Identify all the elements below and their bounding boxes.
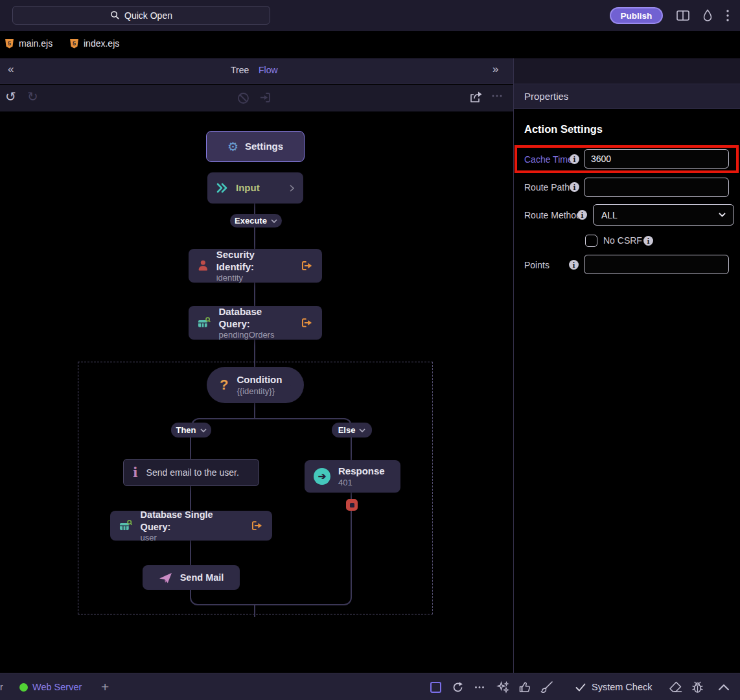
branch-merge-wire — [190, 590, 352, 605]
cache-time-label: Cache Time — [524, 154, 573, 165]
chevron-up-icon[interactable] — [718, 673, 730, 700]
status-green-dot — [19, 683, 28, 692]
ejs-file-icon: 5 — [5, 39, 14, 49]
bug-icon[interactable] — [691, 673, 704, 700]
else-branch-pill[interactable]: Else — [332, 423, 372, 438]
tab-main-ejs[interactable]: 5 main.ejs — [5, 31, 52, 56]
eraser-icon[interactable] — [668, 673, 682, 700]
action-settings-heading: Action Settings — [524, 123, 603, 135]
export-flow-icon[interactable] — [468, 91, 483, 104]
redo-icon[interactable]: ↻ — [27, 89, 38, 104]
paper-plane-icon — [159, 572, 172, 584]
connector-wire — [351, 493, 352, 499]
cache-time-input[interactable] — [584, 149, 729, 169]
connector-wire — [351, 511, 352, 591]
exit-arrow-icon — [251, 520, 263, 531]
chevron-down-icon — [719, 213, 726, 217]
points-label: Points — [524, 260, 549, 270]
table-search-icon — [198, 317, 211, 329]
info-i-icon: i — [133, 465, 138, 480]
toolbar-ellipsis-icon[interactable] — [491, 94, 503, 98]
refresh-icon[interactable] — [452, 673, 464, 700]
settings-node[interactable]: ⚙ Settings — [206, 131, 305, 162]
cache-time-info-icon[interactable]: i — [570, 154, 579, 164]
arrow-right-circle-icon: ➔ — [314, 468, 330, 485]
search-icon — [110, 10, 120, 20]
collapse-left-icon[interactable]: « — [8, 63, 14, 76]
database-single-query-node[interactable]: Database Single Query: user — [110, 511, 272, 541]
response-node[interactable]: ➔ Response 401 — [305, 460, 400, 493]
web-server-target[interactable]: Web Server — [19, 673, 82, 700]
properties-panel: Properties Action Settings Cache Time i … — [513, 58, 740, 673]
points-input[interactable] — [584, 255, 729, 274]
flow-toolbar: ↺ ↻ — [0, 85, 513, 111]
system-check-button[interactable]: System Check — [575, 673, 652, 700]
connector-wire — [351, 438, 352, 460]
connector-wire — [254, 283, 255, 306]
flow-panel-header: « Tree Flow » — [0, 58, 513, 84]
check-icon — [575, 683, 586, 692]
chevron-down-icon — [290, 383, 291, 387]
then-branch-pill[interactable]: Then — [171, 423, 211, 438]
branch-split-wire — [191, 418, 352, 435]
no-csrf-label: No CSRF — [603, 235, 642, 246]
view-toggle-tree[interactable]: Tree — [231, 65, 249, 75]
security-identify-node[interactable]: Security Identify: identity — [189, 249, 322, 283]
statusbar-ellipsis-icon[interactable] — [474, 673, 485, 700]
ejs-file-icon: 5 — [70, 39, 78, 49]
no-csrf-info-icon[interactable]: i — [643, 236, 653, 246]
input-node[interactable]: Input — [207, 172, 303, 204]
chevron-right-icon — [290, 185, 294, 192]
connector-wire — [190, 438, 191, 459]
question-mark-icon: ? — [220, 377, 228, 393]
publish-button[interactable]: Publish — [610, 7, 663, 24]
chevron-down-icon — [200, 428, 207, 432]
connector-wire — [254, 228, 255, 249]
statusbar-clipped-text: r — [0, 673, 3, 700]
connector-wire — [254, 204, 255, 214]
disable-step-icon[interactable] — [237, 92, 249, 104]
send-mail-node[interactable]: Send Mail — [143, 565, 240, 590]
execute-pill[interactable]: Execute — [230, 214, 282, 228]
split-editor-icon[interactable] — [676, 9, 690, 22]
flow-canvas: ⚙ Settings Input Execute Security Identi… — [0, 111, 513, 673]
properties-panel-title: Properties — [514, 84, 740, 109]
paintbrush-icon[interactable] — [539, 673, 553, 700]
double-chevron-icon — [216, 183, 228, 193]
route-path-info-icon[interactable]: i — [570, 182, 579, 192]
status-bar: r Web Server + System Check — [0, 673, 740, 700]
connector-wire — [254, 605, 255, 617]
condition-node[interactable]: ? Condition {{identity}} — [207, 367, 304, 403]
stop-server-icon[interactable] — [430, 673, 441, 700]
exit-arrow-icon — [301, 318, 313, 328]
tab-index-ejs[interactable]: 5 index.ejs — [70, 31, 119, 56]
thumbs-up-icon[interactable] — [518, 673, 531, 700]
connector-wire — [190, 486, 191, 511]
quick-open-button[interactable]: Quick Open — [12, 6, 270, 25]
points-info-icon[interactable]: i — [569, 260, 579, 270]
view-toggle-flow[interactable]: Flow — [259, 65, 278, 75]
water-drop-icon[interactable] — [700, 9, 715, 22]
email-comment-node[interactable]: i Send email to the user. — [123, 459, 259, 486]
database-query-node[interactable]: Database Query: pendingOrders — [189, 306, 322, 340]
chevron-down-icon — [359, 428, 365, 432]
route-method-info-icon[interactable]: i — [577, 210, 587, 220]
no-csrf-checkbox[interactable] — [585, 235, 597, 247]
properties-panel-top-strip — [514, 58, 740, 84]
route-path-input[interactable] — [584, 178, 729, 197]
collapse-right-icon[interactable]: » — [492, 63, 498, 76]
sparkles-icon[interactable] — [496, 673, 509, 700]
flow-stop-marker[interactable] — [346, 499, 358, 511]
route-path-label: Route Path — [524, 182, 570, 192]
gear-icon: ⚙ — [227, 139, 238, 154]
user-icon — [198, 260, 209, 272]
kebab-menu-icon[interactable] — [721, 9, 735, 22]
editor-tab-bar: 5 main.ejs 5 index.ejs — [0, 31, 740, 58]
table-search-icon — [119, 520, 133, 532]
route-method-select[interactable]: ALL — [593, 204, 734, 226]
chevron-down-icon — [271, 219, 277, 223]
route-method-label: Route Method — [524, 210, 581, 220]
undo-icon[interactable]: ↺ — [5, 89, 16, 104]
skip-step-icon[interactable] — [259, 92, 272, 103]
add-target-button[interactable]: + — [101, 673, 109, 700]
